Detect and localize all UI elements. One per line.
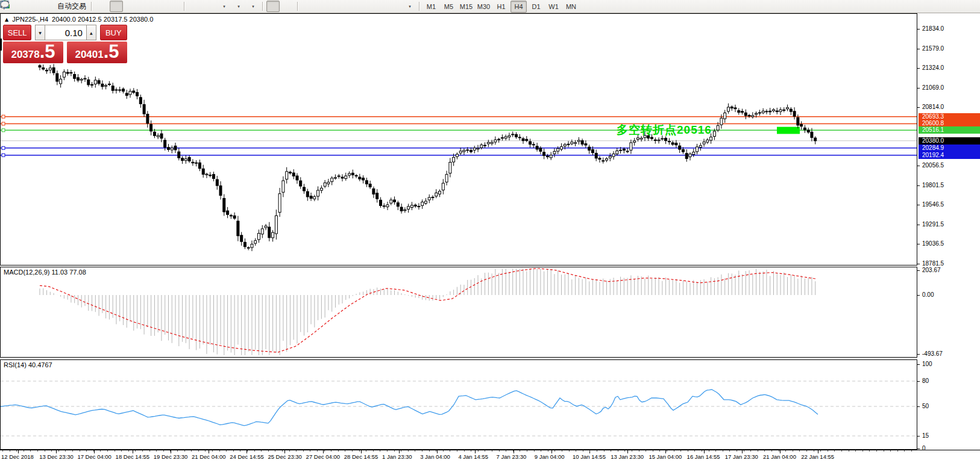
chat-button[interactable] (949, 1, 963, 12)
candle-up (706, 140, 709, 142)
date-tick (475, 450, 476, 453)
candle-down (101, 84, 104, 86)
macd-chart[interactable] (1, 267, 917, 357)
text-label-button[interactable]: T (388, 1, 401, 12)
timeframe-m30[interactable]: M30 (476, 1, 492, 13)
sell-button[interactable]: SELL (3, 25, 31, 40)
candle-down (665, 138, 667, 141)
candle-down (178, 152, 180, 158)
timeframe-m1[interactable]: M1 (423, 1, 439, 13)
date-minor-tick (653, 450, 653, 452)
highlight-rectangle[interactable] (777, 127, 800, 134)
level-handle-20693.3[interactable] (2, 115, 5, 118)
candle-up (157, 135, 159, 137)
candle-up (70, 73, 72, 73)
candle-down (77, 78, 80, 80)
timeframe-m15[interactable]: M15 (458, 1, 474, 13)
trendline-button[interactable] (330, 1, 344, 12)
level-handle-20284.9[interactable] (2, 146, 5, 149)
date-tick (18, 450, 19, 453)
date-minor-tick (464, 450, 465, 452)
chart-shift-button[interactable] (203, 1, 216, 12)
cursor-button[interactable] (266, 1, 280, 12)
periods-button[interactable]: ▾ (231, 1, 245, 12)
timeframe-h1[interactable]: H1 (493, 1, 509, 13)
candle-up (184, 159, 187, 161)
tile-windows-button[interactable] (168, 1, 181, 12)
candle-down (289, 172, 291, 173)
date-minor-tick (373, 450, 374, 452)
candle-down (811, 132, 813, 137)
text-button[interactable]: A (374, 1, 387, 12)
timeframe-w1[interactable]: W1 (545, 1, 562, 13)
rsi-chart[interactable] (1, 360, 917, 449)
candle-up (480, 145, 483, 148)
signal-button[interactable] (39, 1, 52, 12)
date-minor-tick (80, 450, 80, 452)
date-minor-tick (436, 450, 436, 452)
add-indicator-caret[interactable]: ▾ (223, 4, 225, 9)
toolbar-separator (419, 2, 420, 11)
template-caret[interactable]: ▾ (252, 4, 254, 9)
candle-up (421, 202, 424, 206)
level-handle-20516.1[interactable] (2, 129, 5, 132)
market-watch-button[interactable] (25, 1, 38, 12)
timeframe-d1[interactable]: D1 (528, 1, 544, 13)
symbol-collapse-arrow[interactable]: ▲ (5, 17, 8, 22)
chart-header: ▲ JPN225-,H4 20400.0 20412.5 20317.5 203… (5, 16, 153, 23)
channel-button[interactable]: E (345, 1, 358, 12)
date-minor-tick (219, 450, 220, 452)
candle-up (105, 85, 107, 86)
timeframe-h4[interactable]: H4 (510, 1, 527, 13)
price-axis[interactable]: 21834.021579.021324.021069.020814.020056… (917, 13, 980, 450)
volume-decrease-button[interactable]: ▼ (35, 25, 45, 40)
fibonacci-button[interactable]: F (359, 1, 372, 12)
date-minor-tick (142, 450, 143, 452)
buy-button[interactable]: BUY (100, 25, 127, 40)
candle-down (543, 152, 545, 155)
candle-down (213, 175, 215, 179)
candle-down (414, 205, 416, 206)
candle-down (192, 162, 194, 163)
crosshair-button[interactable] (281, 1, 294, 12)
date-minor-tick (415, 450, 415, 452)
volume-increase-button[interactable]: ▲ (86, 25, 96, 40)
level-handle-20192.4[interactable] (2, 154, 5, 157)
zoom-in-button[interactable] (139, 1, 152, 12)
shapes-caret[interactable]: ▾ (409, 4, 411, 9)
candle-up (456, 154, 458, 157)
horizontal-line-button[interactable] (316, 1, 329, 12)
date-minor-tick (624, 450, 625, 452)
candle-chart-button[interactable] (110, 1, 123, 12)
search-button[interactable] (935, 1, 948, 12)
candle-down (383, 206, 385, 207)
price-flag-20380.0: 20380.0 (919, 137, 980, 144)
candlestick-chart[interactable] (1, 14, 918, 265)
date-minor-tick (93, 450, 94, 452)
periods-caret[interactable]: ▾ (237, 4, 240, 9)
add-indicator-button[interactable]: ▾ (217, 1, 230, 12)
vertical-line-button[interactable] (301, 1, 315, 12)
chart-annotation-text[interactable]: 多空转折点20516 (617, 122, 712, 138)
volume-input[interactable] (45, 25, 86, 40)
candle-down (351, 173, 354, 175)
auto-trading-button[interactable]: 自动交易 (54, 1, 88, 12)
candle-up (727, 107, 730, 111)
line-chart-button[interactable] (124, 1, 137, 12)
chat-icon (0, 0, 10, 9)
date-axis[interactable]: 12 Dec 201813 Dec 23:3017 Dec 04:0018 De… (0, 450, 980, 463)
date-minor-tick (884, 450, 884, 452)
candle-up (254, 241, 257, 243)
sell-price-display[interactable]: 20378 .5 (3, 42, 63, 63)
auto-scroll-button[interactable] (188, 1, 201, 12)
zoom-out-button[interactable] (153, 1, 166, 12)
template-button[interactable]: ▾ (246, 1, 259, 12)
date-minor-tick (814, 450, 814, 452)
level-handle-20600.8[interactable] (2, 122, 5, 125)
timeframe-m5[interactable]: M5 (441, 1, 457, 13)
bar-chart-button[interactable] (95, 1, 108, 12)
order-book-button[interactable] (10, 1, 24, 12)
timeframe-mn[interactable]: MN (563, 1, 579, 13)
buy-price-display[interactable]: 20401 .5 (67, 42, 127, 63)
shapes-button[interactable]: ▾ (403, 1, 416, 12)
